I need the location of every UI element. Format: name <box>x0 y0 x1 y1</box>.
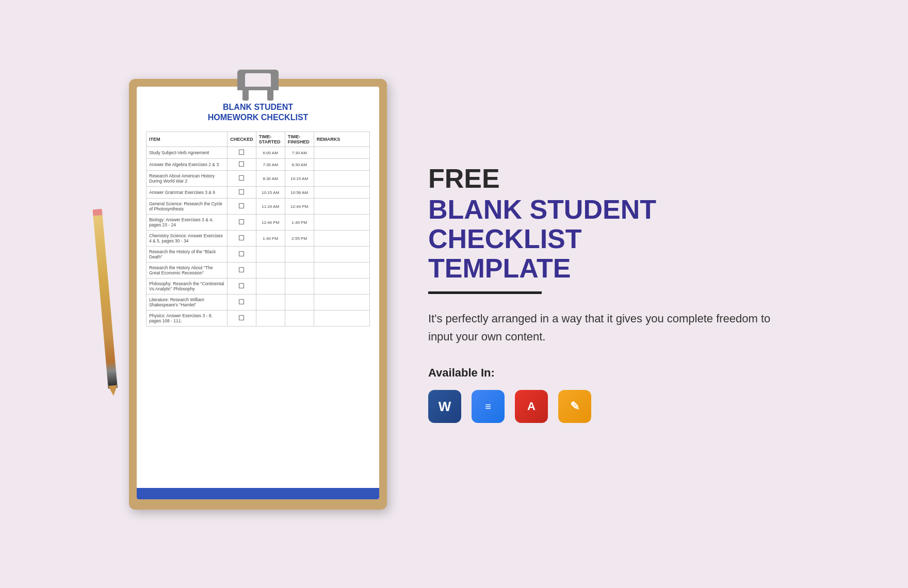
check-cell[interactable] <box>228 279 256 295</box>
paper-title: BLANK STUDENT HOMEWORK CHECKLIST <box>146 102 370 124</box>
checkbox[interactable] <box>239 235 244 240</box>
item-cell: Research About American History During W… <box>147 171 228 187</box>
item-cell: General Science: Research the Cycle of P… <box>147 199 228 215</box>
check-cell[interactable] <box>228 311 256 326</box>
time-finished-cell: 8:30 AM <box>285 159 314 171</box>
table-row: Biology: Answer Exercises 3 & 4, pages 2… <box>147 215 370 231</box>
time-finished-cell <box>285 263 314 279</box>
remarks-cell <box>314 171 369 187</box>
right-content: FREE BLANK STUDENT CHECKLIST TEMPLATE It… <box>418 165 779 423</box>
table-row: Chemistry Science: Answer Exercises 4 & … <box>147 231 370 247</box>
checkbox[interactable] <box>239 150 244 155</box>
check-cell[interactable] <box>228 159 256 171</box>
check-cell[interactable] <box>228 215 256 231</box>
remarks-cell <box>314 295 369 311</box>
check-cell[interactable] <box>228 263 256 279</box>
item-cell: Biology: Answer Exercises 3 & 4, pages 2… <box>147 215 228 231</box>
checkbox[interactable] <box>239 299 244 304</box>
col-header-remarks: REMARKS <box>314 132 369 147</box>
remarks-cell <box>314 263 369 279</box>
time-finished-cell: 7:30 AM <box>285 147 314 159</box>
remarks-cell <box>314 159 369 171</box>
checkbox[interactable] <box>239 175 244 181</box>
table-row: Answer the Algebra Exercises 2 & 37:30 A… <box>147 159 370 171</box>
item-cell: Answer Grammar Exercises 3 & 6 <box>147 187 228 199</box>
item-cell: Philosophy: Research the "Continental Vs… <box>147 279 228 295</box>
check-cell[interactable] <box>228 147 256 159</box>
table-row: Philosophy: Research the "Continental Vs… <box>147 279 370 295</box>
checkbox[interactable] <box>239 189 244 194</box>
table-row: Physics: Answer Exercises 3 - 8, pages 1… <box>147 311 370 326</box>
item-cell: Literature: Research William Shakespeare… <box>147 295 228 311</box>
time-finished-cell: 10:58 AM <box>285 187 314 199</box>
time-started-cell: 1:40 PM <box>256 231 285 247</box>
table-row: Research the History of the "Black Death… <box>147 247 370 263</box>
time-finished-cell: 10:15 AM <box>285 171 314 187</box>
time-started-cell <box>256 247 285 263</box>
table-row: Research the History About "The Great Ec… <box>147 263 370 279</box>
pencil-decoration <box>101 213 110 388</box>
checkbox[interactable] <box>239 161 244 167</box>
time-started-cell: 11:24 AM <box>256 199 285 215</box>
checkbox[interactable] <box>239 219 244 224</box>
word-icon[interactable]: W <box>428 390 461 423</box>
time-started-cell <box>256 279 285 295</box>
check-cell[interactable] <box>228 247 256 263</box>
time-started-cell <box>256 311 285 326</box>
time-finished-cell: 2:55 PM <box>285 231 314 247</box>
checkbox[interactable] <box>239 251 244 256</box>
time-finished-cell <box>285 279 314 295</box>
pdf-icon[interactable]: A <box>515 390 548 423</box>
clipboard-board: BLANK STUDENT HOMEWORK CHECKLIST ITEM CH… <box>129 79 387 510</box>
item-cell: Physics: Answer Exercises 3 - 8, pages 1… <box>147 311 228 326</box>
docs-icon[interactable]: ≡ <box>472 390 505 423</box>
main-container: BLANK STUDENT HOMEWORK CHECKLIST ITEM CH… <box>0 0 908 588</box>
time-started-cell: 6:00 AM <box>256 147 285 159</box>
check-cell[interactable] <box>228 187 256 199</box>
time-finished-cell <box>285 295 314 311</box>
checklist-table: ITEM CHECKED TIME-STARTED TIME-FINISHED … <box>146 132 370 326</box>
app-icons-container: W ≡ A ✎ <box>428 390 779 423</box>
checkbox[interactable] <box>239 283 244 288</box>
time-started-cell: 8:30 AM <box>256 171 285 187</box>
item-cell: Research the History About "The Great Ec… <box>147 263 228 279</box>
col-header-checked: CHECKED <box>228 132 256 147</box>
time-started-cell: 12:44 PM <box>256 215 285 231</box>
check-cell[interactable] <box>228 295 256 311</box>
check-cell[interactable] <box>228 171 256 187</box>
col-header-time-started: TIME-STARTED <box>256 132 285 147</box>
clipboard-clip <box>237 70 279 95</box>
clipboard-paper: BLANK STUDENT HOMEWORK CHECKLIST ITEM CH… <box>137 87 379 499</box>
pages-icon[interactable]: ✎ <box>558 390 591 423</box>
right-title: BLANK STUDENT CHECKLIST TEMPLATE <box>428 195 779 284</box>
check-cell[interactable] <box>228 199 256 215</box>
checkbox[interactable] <box>239 267 244 272</box>
clipboard-wrap: BLANK STUDENT HOMEWORK CHECKLIST ITEM CH… <box>129 79 387 510</box>
available-label: Available In: <box>428 366 779 380</box>
remarks-cell <box>314 199 369 215</box>
time-finished-cell <box>285 311 314 326</box>
col-header-item: ITEM <box>147 132 228 147</box>
check-cell[interactable] <box>228 231 256 247</box>
table-row: Answer Grammar Exercises 3 & 610:15 AM10… <box>147 187 370 199</box>
checkbox[interactable] <box>239 315 244 320</box>
col-header-time-finished: TIME-FINISHED <box>285 132 314 147</box>
remarks-cell <box>314 147 369 159</box>
right-description: It's perfectly arranged in a way that it… <box>428 309 779 346</box>
time-finished-cell: 12:44 PM <box>285 199 314 215</box>
remarks-cell <box>314 279 369 295</box>
right-divider <box>428 291 542 294</box>
table-row: Literature: Research William Shakespeare… <box>147 295 370 311</box>
time-started-cell <box>256 263 285 279</box>
time-finished-cell: 1:40 PM <box>285 215 314 231</box>
remarks-cell <box>314 247 369 263</box>
time-finished-cell <box>285 247 314 263</box>
time-started-cell <box>256 295 285 311</box>
remarks-cell <box>314 311 369 326</box>
checkbox[interactable] <box>239 203 244 208</box>
table-row: General Science: Research the Cycle of P… <box>147 199 370 215</box>
item-cell: Research the History of the "Black Death… <box>147 247 228 263</box>
table-row: Research About American History During W… <box>147 171 370 187</box>
paper-blue-strip <box>137 488 379 499</box>
item-cell: Chemistry Science: Answer Exercises 4 & … <box>147 231 228 247</box>
